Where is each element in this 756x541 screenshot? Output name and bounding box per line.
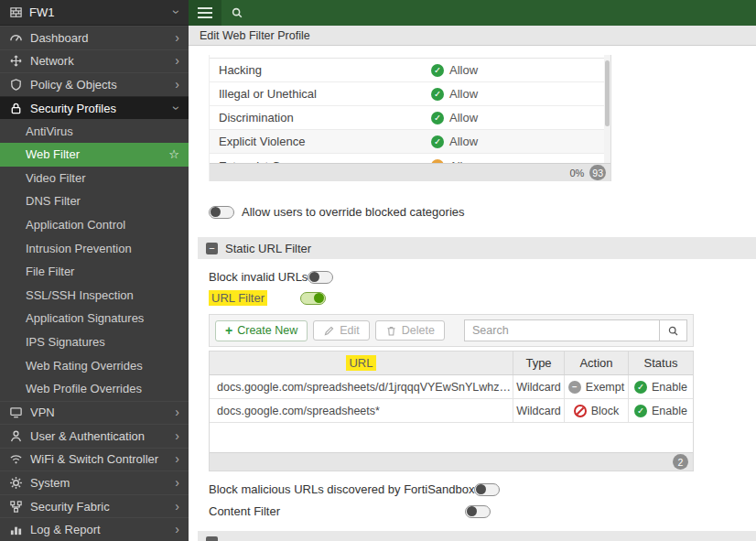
- sidebar-item-antivirus[interactable]: AntiVirus: [0, 119, 189, 143]
- table-row[interactable]: docs.google.com/spreadsheets* Wildcard B…: [210, 399, 693, 423]
- trash-icon: [385, 325, 397, 337]
- content-filter-row: Content Filter: [209, 504, 756, 518]
- sidebar-item-label: VPN: [30, 406, 167, 419]
- sidebar-item-log-report[interactable]: Log & Report: [0, 517, 189, 541]
- sidebar-item-policy-objects[interactable]: Policy & Objects: [0, 72, 189, 96]
- sidebar-item-label: Policy & Objects: [30, 78, 167, 92]
- device-selector[interactable]: FW1: [0, 0, 189, 26]
- main-area: Edit Web Filter Profile Hacking Allow Il…: [189, 0, 756, 541]
- category-name: Discrimination: [210, 111, 422, 124]
- sidebar-item-label: Network: [30, 54, 167, 68]
- exempt-icon: [568, 381, 581, 394]
- sidebar-item-label: Log & Report: [30, 523, 167, 536]
- scrollbar[interactable]: [604, 55, 610, 163]
- sidebar-item-video-filter[interactable]: Video Filter: [0, 167, 189, 190]
- fortisandbox-toggle[interactable]: [474, 483, 500, 496]
- override-toggle[interactable]: [209, 206, 234, 219]
- enable-icon: [634, 381, 647, 394]
- collapse-icon[interactable]: [206, 536, 218, 541]
- table-row[interactable]: Hacking Allow: [210, 59, 610, 82]
- sidebar-item-web-profile-overrides[interactable]: Web Profile Overrides: [0, 377, 189, 401]
- dashboard-icon: [9, 31, 23, 45]
- search-input[interactable]: [464, 319, 660, 341]
- collapse-icon[interactable]: [206, 243, 218, 254]
- sidebar-item-label: AntiVirus: [26, 124, 73, 138]
- sidebar-item-ips-signatures[interactable]: IPS Signatures: [0, 330, 189, 354]
- sidebar-item-vpn[interactable]: VPN: [0, 401, 189, 425]
- sidebar-item-label: WiFi & Switch Controller: [30, 452, 167, 466]
- topbar: [189, 0, 756, 26]
- status-cell: Enable: [652, 381, 687, 394]
- lock-icon: [9, 102, 23, 115]
- sidebar-item-wifi-switch-controller[interactable]: WiFi & Switch Controller: [0, 448, 189, 471]
- column-header-action[interactable]: Action: [564, 352, 628, 374]
- chevron-right-icon: [175, 406, 179, 419]
- allow-icon: [431, 135, 444, 148]
- favorite-star-icon[interactable]: [168, 147, 179, 161]
- static-url-filter-header: Static URL Filter: [198, 237, 756, 259]
- column-header-type[interactable]: Type: [513, 352, 564, 374]
- table-row[interactable]: docs.google.com/spreadsheets/d/1jrqqqVYE…: [210, 375, 693, 399]
- sidebar-item-security-profiles[interactable]: Security Profiles: [0, 96, 189, 120]
- gear-icon: [9, 476, 23, 490]
- network-icon: [9, 54, 23, 68]
- sidebar-item-label: Security Fabric: [30, 500, 167, 514]
- category-name: Illegal or Unethical: [210, 87, 422, 101]
- sidebar-item-security-fabric[interactable]: Security Fabric: [0, 494, 189, 518]
- scrollbar-thumb[interactable]: [605, 60, 610, 126]
- content: Hacking Allow Illegal or Unethical Allow…: [189, 46, 756, 541]
- delete-button[interactable]: Delete: [375, 320, 445, 341]
- type-cell: Wildcard: [513, 399, 564, 422]
- sidebar-item-label: Web Filter: [26, 147, 80, 161]
- table-search: [464, 319, 687, 341]
- content-filter-label: Content Filter: [209, 504, 465, 518]
- url-filter-toolbar: Create New Edit Delete: [209, 314, 694, 347]
- sidebar-item-web-rating-overrides[interactable]: Web Rating Overrides: [0, 353, 189, 377]
- sidebar-item-ssl-ssh-inspection[interactable]: SSL/SSH Inspection: [0, 284, 189, 308]
- block-invalid-urls-row: Block invalid URLs: [209, 270, 756, 284]
- table-row[interactable]: Illegal or Unethical Allow: [210, 82, 610, 106]
- sidebar-item-label: DNS Filter: [26, 194, 81, 208]
- type-cell: Wildcard: [513, 375, 564, 398]
- search-submit-button[interactable]: [660, 319, 687, 341]
- column-header-status[interactable]: Status: [628, 352, 693, 374]
- sidebar-item-dashboard[interactable]: Dashboard: [0, 26, 189, 49]
- sidebar-item-label: User & Authentication: [30, 429, 167, 443]
- sidebar-item-label: SSL/SSH Inspection: [26, 288, 134, 302]
- status-cell: Enable: [652, 405, 687, 417]
- url-filter-toggle[interactable]: [300, 292, 326, 305]
- next-section-header-partial: [198, 531, 756, 541]
- bar-chart-icon: [9, 523, 23, 536]
- sidebar-item-dns-filter[interactable]: DNS Filter: [0, 189, 189, 213]
- create-new-button[interactable]: Create New: [215, 320, 308, 341]
- plus-icon: [225, 324, 232, 338]
- sidebar-item-web-filter[interactable]: Web Filter: [0, 143, 189, 167]
- sidebar-item-application-signatures[interactable]: Application Signatures: [0, 307, 189, 330]
- sidebar-item-label: Video Filter: [26, 171, 86, 185]
- table-row[interactable]: Explicit Violence Allow: [210, 130, 610, 154]
- edit-button[interactable]: Edit: [313, 320, 370, 341]
- category-action: Allow: [449, 87, 478, 101]
- table-row[interactable]: Discrimination Allow: [210, 106, 610, 130]
- url-filter-row: URL Filter: [209, 291, 756, 305]
- sidebar-item-intrusion-prevention[interactable]: Intrusion Prevention: [0, 236, 189, 260]
- category-name: Extremist Groups: [210, 159, 422, 164]
- selection-percent: 0%: [569, 168, 584, 179]
- content-filter-toggle[interactable]: [465, 505, 491, 518]
- sidebar-item-system[interactable]: System: [0, 471, 189, 494]
- sidebar-item-label: Dashboard: [30, 31, 167, 45]
- sidebar-item-application-control[interactable]: Application Control: [0, 213, 189, 237]
- block-invalid-urls-toggle[interactable]: [308, 271, 333, 284]
- global-search-button[interactable]: [221, 0, 253, 26]
- url-count-badge: 2: [673, 454, 688, 470]
- monitor-icon: [9, 406, 23, 419]
- sidebar-item-file-filter[interactable]: File Filter: [0, 260, 189, 284]
- chevron-right-icon: [175, 31, 179, 45]
- column-header-url[interactable]: URL: [346, 355, 375, 371]
- menu-button[interactable]: [189, 0, 221, 26]
- sidebar-item-user-authentication[interactable]: User & Authentication: [0, 424, 189, 448]
- search-icon: [667, 325, 679, 337]
- warning-icon: [431, 159, 444, 163]
- chevron-down-icon: [175, 5, 179, 19]
- sidebar-item-network[interactable]: Network: [0, 49, 189, 73]
